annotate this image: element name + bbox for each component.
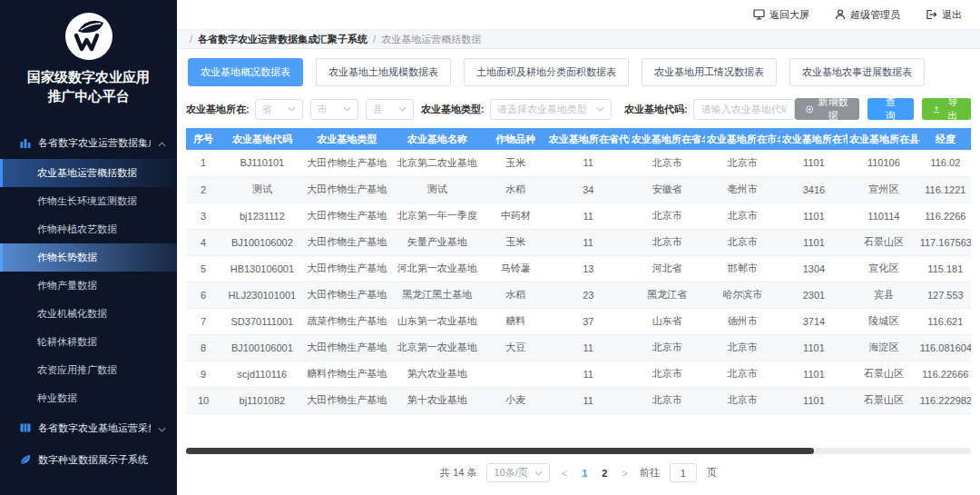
table-cell: 山东第一农业基地 <box>390 308 485 334</box>
table-cell: HB130106001 <box>220 255 304 282</box>
back-to-bigscreen-label: 返回大屏 <box>769 8 809 22</box>
table-row: 1BJ110101大田作物生产基地北京第二农业基地玉米11北京市北京市11011… <box>186 150 971 176</box>
table-cell: 测试 <box>220 176 304 203</box>
table-cell: 11 <box>547 150 630 176</box>
user-menu[interactable]: 超级管理员 <box>835 8 900 22</box>
tab[interactable]: 农业基地土地规模数据表 <box>316 58 451 86</box>
table-cell: 2 <box>186 176 220 203</box>
table-cell: 110106 <box>848 150 920 176</box>
table-cell: 116.621 <box>920 308 971 334</box>
content: 农业基地概况数据表农业基地土地规模数据表土地面积及耕地分类面积数据表农业基地用工… <box>177 49 980 495</box>
county-select[interactable]: 县 <box>366 99 414 120</box>
county-select-placeholder: 县 <box>373 103 383 116</box>
table-header-cell: 农业基地所在省代码 <box>547 128 630 150</box>
horizontal-scrollbar[interactable] <box>186 448 971 454</box>
sidebar-item[interactable]: 农业机械化数据 <box>0 300 177 328</box>
page-number[interactable]: 2 <box>599 468 610 479</box>
table-cell: 玉米 <box>485 229 547 255</box>
page-numbers: 12 <box>579 468 610 479</box>
page-size-select[interactable]: 10条/页 <box>486 463 549 482</box>
pagination-total: 共 14 条 <box>440 466 476 480</box>
table-cell: 北京市 <box>630 361 705 387</box>
goto-page-input[interactable] <box>670 463 697 482</box>
breadcrumb-separator: / <box>373 34 376 45</box>
table-cell: BJ100106002 <box>220 229 304 255</box>
sidebar-item[interactable]: 农业基地运营概括数据 <box>0 159 177 187</box>
table-cell: 11 <box>547 203 630 229</box>
page-number[interactable]: 1 <box>579 468 590 479</box>
table-cell: 北京市 <box>630 150 705 176</box>
sidebar-item[interactable]: 作物长势数据 <box>0 243 177 272</box>
table-cell: 37 <box>547 308 630 334</box>
table-cell: 小麦 <box>485 387 547 413</box>
table-cell: 127.553 <box>920 282 971 308</box>
table-cell: 11 <box>547 387 630 413</box>
table-header-row: 序号农业基地代码农业基地类型农业基地名称作物品种农业基地所在省代码农业基地所在省… <box>186 128 971 150</box>
sidebar-item[interactable]: 轮耕休耕数据 <box>0 328 177 356</box>
table-header-cell: 农业基地所在县名称 <box>848 128 920 150</box>
table-cell: 13 <box>547 255 630 282</box>
city-select[interactable]: 市 <box>310 99 358 120</box>
export-icon <box>933 104 940 114</box>
tab[interactable]: 农业基地用工情况数据表 <box>642 58 777 86</box>
logout-button[interactable]: 退出 <box>926 8 962 22</box>
sidebar-section[interactable]: 各省数字农业运营数据集成汇聚子系统 <box>0 127 177 159</box>
breadcrumb-root[interactable]: 各省数字农业运营数据集成汇聚子系统 <box>198 33 368 46</box>
tab[interactable]: 农业基地农事进展数据表 <box>789 58 925 86</box>
sidebar-item[interactable]: 作物种植农艺数据 <box>0 215 177 243</box>
table-cell: 糖料 <box>485 308 547 334</box>
query-button[interactable]: 查询 <box>867 98 914 120</box>
sidebar-item[interactable]: 作物生长环境监测数据 <box>0 187 177 215</box>
table-cell: 北京市 <box>705 361 780 387</box>
province-select[interactable]: 省 <box>255 99 303 120</box>
table-cell <box>485 361 547 387</box>
logo-icon <box>64 12 113 61</box>
breadcrumb-separator: / <box>190 34 192 45</box>
table-cell: 石景山区 <box>848 229 920 255</box>
table-cell: 水稻 <box>485 176 547 203</box>
sidebar-item[interactable]: 作物产量数据 <box>0 272 177 300</box>
table-row: 6HLJ230101001大田作物生产基地黑龙江黑土基地水稻23黑龙江省哈尔滨市… <box>186 282 971 308</box>
table-cell: 1304 <box>780 255 848 282</box>
export-label: 导出 <box>945 95 960 123</box>
table-cell: 北京第一农业基地 <box>390 334 485 361</box>
table-cell: 1101 <box>780 387 848 413</box>
table-cell: 7 <box>186 308 220 334</box>
table-cell: 大田作物生产基地 <box>304 334 390 361</box>
monitor-icon <box>753 9 765 20</box>
table-cell: 大豆 <box>485 334 547 361</box>
table-cell: 116.22666 <box>920 361 971 387</box>
table-cell: 德州市 <box>705 308 780 334</box>
sidebar-section[interactable]: 各省数字农业基地运营采集子系统 <box>0 412 177 444</box>
sidebar-item[interactable]: 种业数据 <box>0 384 177 412</box>
base-code-input[interactable] <box>693 99 795 120</box>
prev-page-button[interactable]: < <box>560 468 569 479</box>
table-cell: 5 <box>186 255 220 282</box>
table-cell: 河北省 <box>630 255 705 282</box>
sidebar-item[interactable]: 农资应用推广数据 <box>0 356 177 384</box>
sidebar-section[interactable]: 数字种业数据展示子系统 <box>0 444 177 476</box>
breadcrumb: / 各省数字农业运营数据集成汇聚子系统 / 农业基地运营概括数据 <box>177 29 980 49</box>
table-row: 3bj1231112大田作物生产基地北京第一年一季度中药材11北京市北京市110… <box>186 203 971 229</box>
back-to-bigscreen-button[interactable]: 返回大屏 <box>753 8 809 22</box>
add-data-button[interactable]: 新增数据 <box>795 98 859 120</box>
export-button[interactable]: 导出 <box>922 98 971 120</box>
tab[interactable]: 土地面积及耕地分类面积数据表 <box>464 58 629 86</box>
table-cell: 1101 <box>780 203 848 229</box>
action-buttons: 新增数据 查询 导出 <box>795 98 971 120</box>
table-row: 9scjd110116糖料作物生产基地第六农业基地11北京市北京市1101石景山… <box>186 361 971 387</box>
table-cell: 蔬菜作物生产基地 <box>304 308 390 334</box>
base-location-label: 农业基地所在: <box>186 103 250 116</box>
table-cell: 马铃薯 <box>485 255 547 282</box>
table-cell: 116.1221 <box>920 176 971 203</box>
sidebar-section-label: 各省数字农业基地运营采集子系统 <box>38 421 151 435</box>
table-header-cell: 经度 <box>920 128 971 150</box>
tab[interactable]: 农业基地概况数据表 <box>188 58 303 86</box>
horizontal-scrollbar-thumb[interactable] <box>186 448 814 454</box>
add-data-label: 新增数据 <box>818 95 848 123</box>
table-row: 2测试大田作物生产基地测试水稻34安徽省亳州市3416宣州区116.1221 <box>186 176 971 203</box>
next-page-button[interactable]: > <box>620 468 629 479</box>
pagination: 共 14 条 10条/页 < 12 > 前往 页 <box>186 463 971 495</box>
base-type-select[interactable]: 请选择农业基地类型 <box>490 99 612 120</box>
chevron-down-icon <box>398 106 407 112</box>
